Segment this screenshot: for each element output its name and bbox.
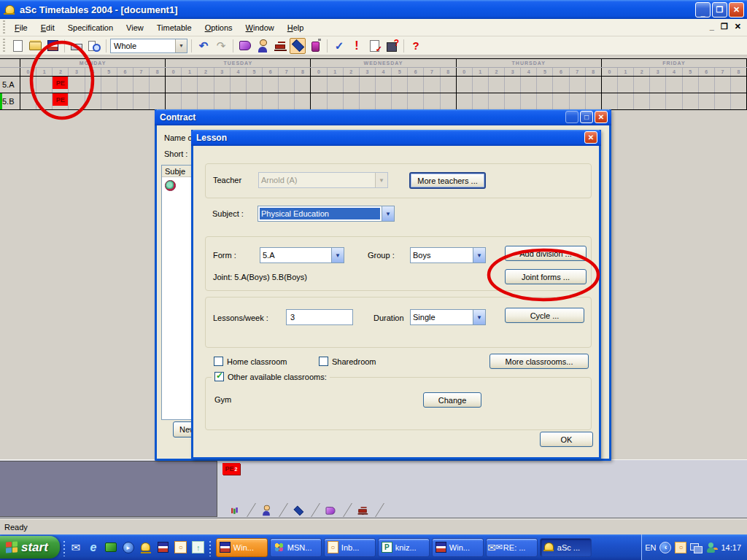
contract-maximize-button[interactable]: □ bbox=[580, 111, 593, 123]
timetable-cell[interactable] bbox=[553, 77, 569, 93]
conflicts-exclamation-icon[interactable]: ! bbox=[349, 38, 365, 54]
tray-display-icon[interactable] bbox=[690, 542, 702, 553]
timetable-cell[interactable] bbox=[473, 93, 489, 109]
timetable-cell[interactable] bbox=[101, 93, 117, 109]
chevron-down-icon[interactable]: ▼ bbox=[331, 248, 344, 262]
lesson-close-button[interactable]: ✕ bbox=[584, 131, 597, 144]
taskbar-window-inb[interactable]: Inb... bbox=[324, 538, 376, 557]
timetable-cell[interactable] bbox=[505, 77, 521, 93]
timetable-cell[interactable] bbox=[537, 77, 553, 93]
timetable-cell[interactable] bbox=[457, 93, 473, 109]
timetable-cell[interactable] bbox=[537, 93, 553, 109]
timetable-cell[interactable] bbox=[618, 77, 634, 93]
timetable-cell[interactable]: PE bbox=[53, 77, 69, 93]
timetable-cell[interactable] bbox=[392, 93, 408, 109]
timetable-cell[interactable] bbox=[553, 93, 569, 109]
timetable-cell[interactable] bbox=[344, 93, 360, 109]
mdi-close-icon[interactable]: ✕ bbox=[735, 22, 741, 31]
timetable-cell[interactable] bbox=[20, 93, 36, 109]
tray-clock-icon[interactable]: ○ bbox=[675, 542, 686, 553]
taskbar-window-win[interactable]: Win... bbox=[216, 538, 268, 557]
classrooms-chair-icon[interactable] bbox=[272, 38, 288, 54]
timetable-cell[interactable] bbox=[295, 93, 310, 109]
timetable-cell[interactable] bbox=[133, 93, 150, 109]
subjects-book-icon[interactable] bbox=[237, 38, 253, 54]
joint-forms-button[interactable]: Joint forms ... bbox=[505, 269, 587, 284]
taskbar-window-re[interactable]: ✉RE: ... bbox=[486, 538, 538, 557]
clock-icon[interactable] bbox=[174, 540, 188, 555]
timetable-cell[interactable] bbox=[408, 93, 424, 109]
lessons-week-input[interactable]: 3 bbox=[286, 309, 353, 325]
lesson-card[interactable]: PE bbox=[53, 77, 68, 89]
timetable-cell[interactable] bbox=[473, 77, 489, 93]
timetable-cell[interactable] bbox=[570, 77, 586, 93]
duration-select[interactable]: Single ▼ bbox=[410, 309, 486, 325]
timetable-cell[interactable] bbox=[231, 77, 247, 93]
form-select[interactable]: 5.A ▼ bbox=[260, 247, 344, 263]
timetable-cell[interactable] bbox=[117, 77, 133, 93]
bottom-tab-classrooms-chair[interactable] bbox=[347, 503, 379, 517]
timetable-cell[interactable] bbox=[489, 93, 505, 109]
contract-titlebar[interactable]: Contract _ □ ✕ bbox=[155, 109, 611, 125]
timetable-cell[interactable] bbox=[457, 77, 473, 93]
save-icon[interactable] bbox=[44, 38, 61, 54]
timetable-cell[interactable] bbox=[182, 77, 198, 93]
tray-collapse-chevron-icon[interactable]: ‹ bbox=[659, 542, 671, 553]
timetable-cell[interactable] bbox=[441, 77, 456, 93]
timetable-cell[interactable] bbox=[683, 93, 699, 109]
view-select[interactable]: Whole▼ bbox=[110, 39, 187, 53]
timetable-cell[interactable] bbox=[586, 77, 601, 93]
open-folder-icon[interactable] bbox=[27, 38, 43, 54]
timetable-cell[interactable] bbox=[521, 77, 537, 93]
timetable-cell[interactable] bbox=[198, 77, 214, 93]
timetable-cell[interactable] bbox=[311, 77, 327, 93]
timetable-cell[interactable] bbox=[699, 93, 715, 109]
contract-close-button[interactable]: ✕ bbox=[595, 111, 608, 123]
menu-item-window[interactable]: Window bbox=[239, 21, 281, 34]
timetable-cell[interactable] bbox=[295, 77, 310, 93]
timetable-cell[interactable] bbox=[521, 93, 537, 109]
timetable-cell[interactable] bbox=[263, 77, 279, 93]
timetable-cell[interactable] bbox=[133, 77, 150, 93]
menu-item-options[interactable]: Options bbox=[198, 21, 239, 34]
help-icon[interactable]: ? bbox=[408, 38, 424, 54]
timetable-cell[interactable] bbox=[20, 77, 36, 93]
teachers-person-icon[interactable] bbox=[255, 38, 271, 54]
timetable-cell[interactable]: PE bbox=[53, 93, 69, 109]
timetable-cell[interactable] bbox=[247, 77, 263, 93]
menu-item-file[interactable]: File bbox=[8, 21, 34, 34]
ok-button[interactable]: OK bbox=[540, 432, 593, 447]
timetable-cell[interactable] bbox=[424, 77, 440, 93]
more-teachers-button[interactable]: More teachers ... bbox=[409, 172, 486, 189]
colors-spray-icon[interactable] bbox=[307, 38, 323, 54]
timetable-cell[interactable] bbox=[505, 93, 521, 109]
timetable-cell[interactable] bbox=[69, 93, 85, 109]
dictionary-icon[interactable] bbox=[104, 540, 118, 555]
timetable-cell[interactable] bbox=[666, 93, 682, 109]
asc-bell-icon[interactable] bbox=[139, 540, 153, 555]
bottom-tab-stats[interactable] bbox=[218, 503, 250, 517]
timetable-cell[interactable] bbox=[650, 93, 666, 109]
timetable-cell[interactable] bbox=[699, 77, 715, 93]
timetable-cell[interactable] bbox=[570, 93, 586, 109]
restore-button[interactable]: ❐ bbox=[712, 2, 727, 18]
timetable-cell[interactable] bbox=[36, 93, 53, 109]
timetable-cell[interactable] bbox=[360, 77, 376, 93]
start-button[interactable]: start bbox=[0, 536, 60, 559]
timetable-cell[interactable] bbox=[634, 93, 650, 109]
menu-item-timetable[interactable]: Timetable bbox=[150, 21, 198, 34]
other-classrooms-checkbox[interactable]: Other available classrooms: bbox=[212, 372, 330, 381]
menu-item-edit[interactable]: Edit bbox=[34, 21, 61, 34]
timetable-cell[interactable] bbox=[360, 93, 376, 109]
timetable-cell[interactable] bbox=[198, 93, 214, 109]
new-document-icon[interactable] bbox=[9, 38, 26, 54]
timetable-cell[interactable] bbox=[731, 77, 746, 93]
mdi-minimize-icon[interactable]: _ bbox=[710, 22, 714, 31]
timetable-cell[interactable] bbox=[85, 77, 101, 93]
chevron-down-icon[interactable]: ▼ bbox=[382, 206, 394, 221]
timetable-cell[interactable] bbox=[150, 77, 165, 93]
wizard-icon[interactable] bbox=[384, 38, 400, 54]
menu-item-specification[interactable]: Specification bbox=[61, 21, 120, 34]
menu-item-help[interactable]: Help bbox=[281, 21, 311, 34]
print-icon[interactable] bbox=[69, 38, 85, 54]
